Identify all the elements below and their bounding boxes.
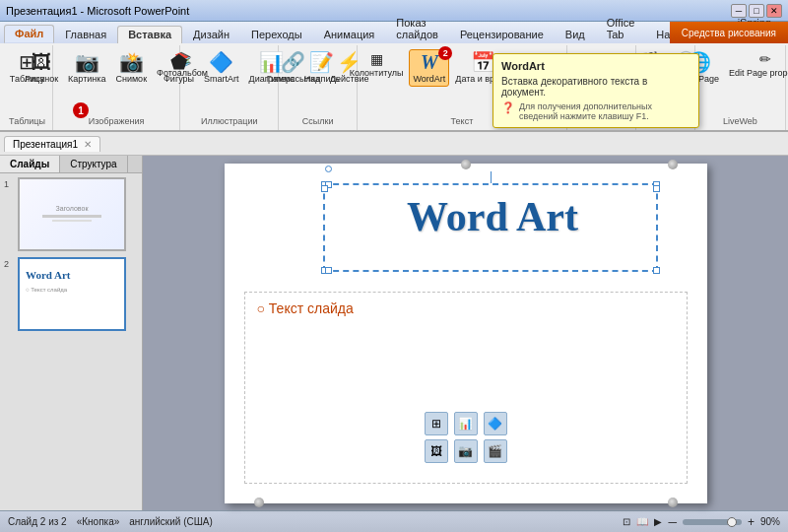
group-links-label: Ссылки (302, 116, 334, 128)
statusbar-left: Слайд 2 из 2 «Кнопка» английский (США) (8, 516, 213, 527)
zoom-out-button[interactable]: ─ (668, 515, 677, 529)
number-badge-1: 1 (73, 102, 89, 118)
content-area: Word Art ○ Текст слайда ⊞ 📊 🔷 🖼 📷 (143, 156, 788, 510)
tab-animation[interactable]: Анимация (313, 26, 386, 43)
rotation-line (491, 171, 492, 183)
picture-icon: 🖼 (32, 52, 51, 72)
slide2-content: Word Art ○ Текст слайда (20, 259, 124, 329)
hint-icon: ❓ (501, 101, 515, 114)
slide-canvas[interactable]: Word Art ○ Текст слайда ⊞ 📊 🔷 🖼 📷 (225, 164, 707, 503)
slides-panel: 1 Заголовок 2 Word Art (0, 173, 142, 510)
btn-editpage[interactable]: ✏ Edit Page property (725, 49, 788, 81)
zoom-control (683, 519, 742, 525)
tab-transitions[interactable]: Переходы (240, 26, 313, 43)
tab-insert[interactable]: Вставка (117, 26, 182, 43)
handle-br[interactable] (653, 267, 660, 274)
smartart-icon: 🔷 (209, 52, 233, 72)
doc-tab-bar: Презентация1 ✕ (0, 132, 788, 156)
btn-snapshot[interactable]: 📸 Снимок (111, 49, 151, 87)
btn-wordart[interactable]: W WordArt 2 (409, 49, 449, 87)
editpage-icon: ✏ (759, 52, 771, 66)
sidebar-tab-slides[interactable]: Слайды (0, 156, 60, 172)
slide-num-1: 1 (4, 179, 14, 189)
content-table-icon[interactable]: ⊞ (425, 412, 448, 435)
datetime-icon: 📅 (471, 52, 495, 72)
tab-view[interactable]: Вид (555, 26, 596, 43)
popup-description: Вставка декоративного текста в документ. (501, 76, 690, 98)
zoom-level[interactable]: 90% (760, 516, 780, 527)
sidebar-tab-structure[interactable]: Структура (60, 156, 127, 172)
language-info: английский (США) (129, 516, 213, 527)
zoom-thumb (727, 517, 737, 527)
zoom-slider[interactable] (683, 519, 742, 525)
tab-design[interactable]: Дизайн (182, 26, 240, 43)
ribbon: 1 ⊞ Таблица Таблицы 🖼 Рисунок 📷 Картинка… (0, 43, 788, 132)
statusbar-right: ⊡ 📖 ▶ ─ + 90% (623, 515, 780, 529)
group-liveweb: 🌐 Web Page ✏ Edit Page property LiveWeb (695, 45, 786, 130)
rotation-handle[interactable] (325, 166, 332, 172)
content-picture-icon[interactable]: 🖼 (425, 439, 448, 463)
slide-thumb-img-1[interactable]: Заголовок (18, 177, 126, 251)
handle-tr[interactable] (653, 181, 660, 188)
tack-tr (668, 160, 678, 169)
btn-header[interactable]: ▦ Колонтитулы (346, 49, 408, 81)
view-reading-button[interactable]: 📖 (636, 516, 648, 527)
clipart-icon: 📷 (75, 52, 99, 72)
tab-home[interactable]: Главная (54, 26, 117, 43)
slide-wordart[interactable]: Word Art (333, 193, 653, 240)
slide-thumb-1[interactable]: 1 Заголовок (4, 177, 138, 251)
statusbar: Слайд 2 из 2 «Кнопка» английский (США) ⊡… (0, 510, 788, 532)
drawing-tools-label: Средства рисования (670, 22, 788, 43)
tack-tl (461, 160, 471, 169)
slide-num-2: 2 (4, 259, 14, 269)
group-tables-label: Таблицы (9, 116, 45, 128)
group-images-label: Изображения (89, 116, 145, 128)
popup-title: WordArt (501, 60, 690, 72)
popup-hint: ❓ Для получения дополнительных сведений … (501, 101, 690, 121)
handle-bl[interactable] (321, 267, 328, 274)
slide-info: Слайд 2 из 2 (8, 516, 67, 527)
btn-picture[interactable]: 🖼 Рисунок (21, 49, 62, 87)
btn-textbox[interactable]: 📝 Надпись (300, 49, 344, 87)
tab-office[interactable]: Office Tab (596, 14, 646, 43)
title-text: Презентация1 - Microsoft PowerPoint (6, 5, 189, 17)
handle-mr[interactable] (653, 185, 660, 192)
group-illustrations-label: Иллюстрации (201, 116, 258, 128)
content-media-icon[interactable]: 🎬 (484, 439, 507, 463)
handle-tl[interactable] (321, 181, 328, 188)
thumb2-wordart: Word Art (26, 269, 71, 281)
wordart-display-text: Word Art (407, 194, 578, 239)
btn-shapes[interactable]: ⬟ Фигуры (160, 49, 198, 87)
doc-tab[interactable]: Презентация1 ✕ (4, 136, 100, 152)
content-smartart-icon[interactable]: 🔷 (484, 412, 507, 435)
wordart-icon: W (421, 52, 438, 72)
slide-subtitle-text: ○ Текст слайда (257, 300, 675, 316)
handle-tc[interactable] (325, 181, 332, 188)
tack-bl (254, 498, 264, 507)
btn-clipart[interactable]: 📷 Картинка (64, 49, 109, 87)
group-liveweb-label: LiveWeb (723, 116, 757, 128)
slide-thumb-img-2[interactable]: Word Art ○ Текст слайда (18, 257, 126, 331)
group-text-label: Текст (451, 116, 474, 128)
handle-ml[interactable] (321, 185, 328, 192)
doc-tab-close[interactable]: ✕ (84, 139, 92, 150)
tab-slideshow[interactable]: Показ слайдов (385, 14, 449, 43)
view-normal-button[interactable]: ⊡ (623, 516, 630, 527)
content-chart-icon[interactable]: 📊 (454, 412, 478, 435)
content-clipart-icon[interactable]: 📷 (454, 439, 478, 463)
zoom-in-button[interactable]: + (748, 515, 755, 529)
theme-info: «Кнопка» (77, 516, 120, 527)
tab-review[interactable]: Рецензирование (449, 26, 555, 43)
textbox-icon: 📝 (309, 52, 334, 72)
slide-thumb-2[interactable]: 2 Word Art ○ Текст слайда (4, 257, 138, 331)
main-area: Слайды Структура 1 Заголовок (0, 156, 788, 510)
tack-br (668, 498, 678, 507)
tab-file[interactable]: Файл (4, 25, 54, 43)
slide-subtitle-area[interactable]: ○ Текст слайда ⊞ 📊 🔷 🖼 📷 🎬 (244, 292, 688, 484)
btn-smartart[interactable]: 🔷 SmartArt (200, 49, 243, 87)
sidebar: Слайды Структура 1 Заголовок (0, 156, 143, 510)
handle-bc[interactable] (325, 267, 332, 274)
slide1-content: Заголовок (20, 179, 124, 249)
shapes-icon: ⬟ (170, 52, 187, 72)
view-slideshow-button[interactable]: ▶ (654, 516, 662, 527)
